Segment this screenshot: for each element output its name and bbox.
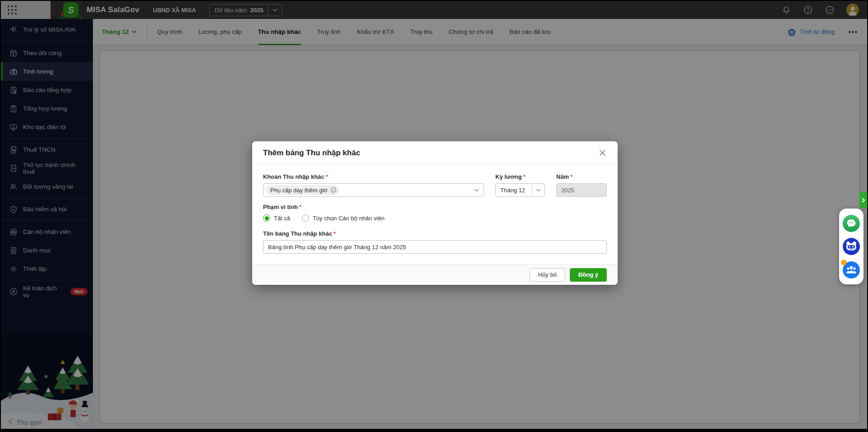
chevron-down-icon	[532, 189, 545, 192]
radio-label: Tùy chọn Cán bộ nhân viên	[313, 215, 384, 222]
chevron-down-icon	[474, 189, 479, 192]
chat-support-button[interactable]	[843, 215, 860, 232]
confirm-button[interactable]: Đồng ý	[570, 268, 607, 282]
remove-tag-icon[interactable]: ✕	[330, 187, 337, 193]
pay-period-value: Tháng 12	[496, 187, 532, 194]
pay-period-select[interactable]: Tháng 12	[495, 183, 545, 197]
modal-title: Thêm bảng Thu nhập khác	[263, 149, 360, 158]
expand-panel-button[interactable]	[859, 192, 867, 208]
radio-selected-icon	[263, 214, 270, 222]
community-button[interactable]	[843, 261, 860, 279]
cancel-button[interactable]: Hủy bỏ	[530, 268, 565, 282]
close-icon[interactable]	[598, 149, 607, 158]
radio-custom-employees[interactable]: Tùy chọn Cán bộ nhân viên	[302, 214, 384, 222]
notification-dot	[841, 260, 847, 265]
scope-label: Phạm vi tính*	[263, 204, 607, 210]
radio-label: Tất cả	[274, 215, 290, 222]
radio-unselected-icon	[302, 214, 309, 222]
scope-options: Tất cả Tùy chọn Cán bộ nhân viên	[263, 214, 607, 222]
tag-label: Phụ cấp dạy thêm giờ	[270, 187, 328, 194]
table-name-input[interactable]	[263, 240, 607, 254]
modal-body: Khoản Thu nhập khác* Phụ cấp dạy thêm gi…	[252, 165, 618, 254]
other-income-combobox[interactable]: Phụ cấp dạy thêm giờ ✕	[263, 183, 484, 197]
chevron-right-icon	[862, 198, 865, 203]
chat-bubble-icon	[843, 215, 860, 232]
other-income-label: Khoản Thu nhập khác*	[263, 173, 484, 180]
ava-robot-icon	[843, 238, 860, 255]
radio-all[interactable]: Tất cả	[263, 214, 290, 222]
modal-footer: Hủy bỏ Đồng ý	[252, 264, 618, 285]
app-window: S MISA SalaGov UBND XÃ MISA Dữ liệu năm:…	[0, 0, 868, 432]
pay-period-label: Kỳ lương*	[495, 173, 545, 180]
year-input	[556, 183, 607, 197]
selected-tag: Phụ cấp dạy thêm giờ ✕	[266, 185, 339, 195]
table-name-label: Tên bảng Thu nhập khác*	[263, 230, 607, 237]
year-label: Năm*	[556, 173, 607, 180]
modal-header: Thêm bảng Thu nhập khác	[252, 141, 618, 165]
add-other-income-modal: Thêm bảng Thu nhập khác Khoản Thu nhập k…	[252, 141, 618, 285]
support-widget-panel	[839, 209, 863, 284]
ava-assistant-button[interactable]	[843, 238, 860, 255]
